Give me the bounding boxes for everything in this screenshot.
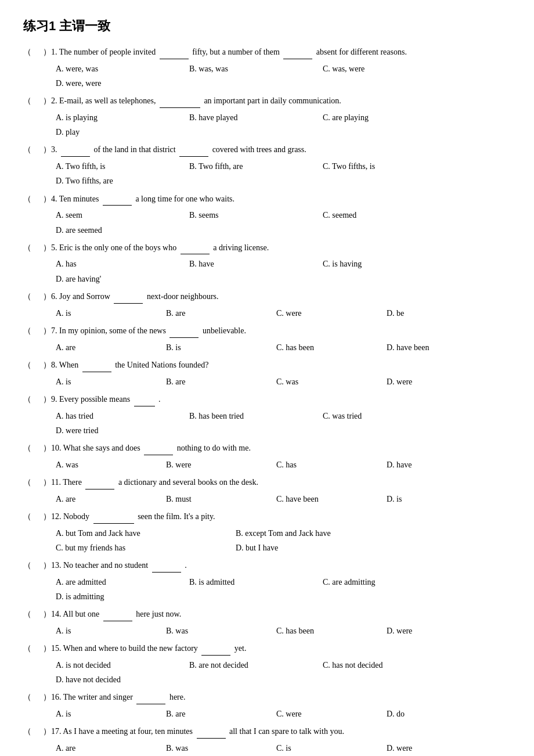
q2-opt-c[interactable]: C. are playing xyxy=(323,110,450,125)
q13-blank1 xyxy=(152,572,181,573)
q14-opt-b[interactable]: B. was xyxy=(166,624,270,638)
q15-opt-a[interactable]: A. is not decided xyxy=(56,658,183,672)
q10-opt-a[interactable]: A. was xyxy=(56,458,160,472)
q5-text: 5. Eric is the only one of the boys who … xyxy=(51,241,511,255)
q12-options: A. but Tom and Jack have B. except Tom a… xyxy=(56,526,511,555)
q11-opt-b[interactable]: B. must xyxy=(166,492,270,506)
q7-opt-c[interactable]: C. has been xyxy=(276,340,381,355)
question-8: （ ） 8. When the United Nations founded? … xyxy=(23,358,511,389)
q9-opt-d[interactable]: D. were tried xyxy=(56,423,183,438)
q3-opt-a[interactable]: A. Two fifth, is xyxy=(56,159,183,174)
q4-opt-b[interactable]: B. seems xyxy=(189,208,317,222)
q3-opt-b[interactable]: B. Two fifth, are xyxy=(189,159,317,174)
q12-paren-blank xyxy=(31,512,43,521)
q4-paren-open: （ xyxy=(23,194,31,204)
q11-opt-d[interactable]: D. is xyxy=(387,492,491,506)
q17-opt-d[interactable]: D. were xyxy=(387,741,491,755)
q2-opt-a[interactable]: A. is playing xyxy=(56,110,183,125)
q12-opt-b[interactable]: B. except Tom and Jack have xyxy=(236,526,410,541)
q13-opt-a[interactable]: A. are admitted xyxy=(56,575,183,589)
q9-opt-b[interactable]: B. has been tried xyxy=(189,409,317,423)
q2-opt-d[interactable]: D. play xyxy=(56,125,183,139)
q5-opt-d[interactable]: D. are having' xyxy=(56,272,183,286)
q15-opt-b[interactable]: B. are not decided xyxy=(189,658,317,672)
q17-paren-open: （ xyxy=(23,726,31,737)
q3-options: A. Two fifth, is B. Two fifth, are C. Tw… xyxy=(56,159,511,188)
q5-opt-b[interactable]: B. have xyxy=(189,257,317,271)
q4-opt-d[interactable]: D. are seemed xyxy=(56,223,183,237)
q6-opt-d[interactable]: D. be xyxy=(387,306,491,321)
q3-opt-d[interactable]: D. Two fifths, are xyxy=(56,174,183,188)
q13-opt-d[interactable]: D. is admitting xyxy=(56,589,183,604)
q13-opt-b[interactable]: B. is admitted xyxy=(189,575,317,589)
q17-opt-b[interactable]: B. was xyxy=(166,741,270,755)
q15-opt-d[interactable]: D. have not decided xyxy=(56,672,183,687)
q11-paren-blank xyxy=(31,478,43,487)
q14-opt-d[interactable]: D. were xyxy=(387,624,491,638)
q13-opt-c[interactable]: C. are admitting xyxy=(323,575,450,589)
question-15: （ ） 15. When and where to build the new … xyxy=(23,642,511,687)
q14-paren-blank xyxy=(31,610,43,619)
q11-opt-c[interactable]: C. have been xyxy=(276,492,381,506)
question-13: （ ） 13. No teacher and no student . A. a… xyxy=(23,559,511,604)
q4-opt-c[interactable]: C. seemed xyxy=(323,208,450,222)
q16-opt-b[interactable]: B. are xyxy=(166,707,270,721)
q14-paren-close: ） xyxy=(43,609,51,620)
q16-opt-c[interactable]: C. were xyxy=(276,707,381,721)
q11-opt-a[interactable]: A. are xyxy=(56,492,160,506)
q5-paren-close: ） xyxy=(43,243,51,253)
q17-options: A. are B. was C. is D. were xyxy=(56,741,511,755)
q15-opt-c[interactable]: C. has not decided xyxy=(323,658,450,672)
q6-opt-c[interactable]: C. were xyxy=(276,306,381,321)
q8-opt-a[interactable]: A. is xyxy=(56,375,160,389)
q17-opt-a[interactable]: A. are xyxy=(56,741,160,755)
question-2: （ ） 2. E-mail, as well as telephones, an… xyxy=(23,94,511,139)
q7-opt-d[interactable]: D. have been xyxy=(387,340,491,355)
q10-opt-d[interactable]: D. have xyxy=(387,458,491,472)
q4-opt-a[interactable]: A. seem xyxy=(56,208,183,222)
q8-paren-close: ） xyxy=(43,360,51,370)
q10-opt-b[interactable]: B. were xyxy=(166,458,270,472)
q12-paren-open: （ xyxy=(23,512,31,522)
q9-paren-open: （ xyxy=(23,394,31,405)
q12-opt-d[interactable]: D. but I have xyxy=(236,541,410,555)
q15-text: 15. When and where to build the new fact… xyxy=(51,642,511,656)
q7-opt-a[interactable]: A. are xyxy=(56,340,160,355)
question-11: （ ） 11. There a dictionary and several b… xyxy=(23,476,511,506)
q6-opt-b[interactable]: B. are xyxy=(166,306,270,321)
q5-opt-a[interactable]: A. has xyxy=(56,257,183,271)
q13-paren-close: ） xyxy=(43,560,51,571)
q14-opt-c[interactable]: C. has been xyxy=(276,624,381,638)
q3-opt-c[interactable]: C. Two fifths, is xyxy=(323,159,450,174)
q17-paren-blank xyxy=(31,727,43,736)
q5-options: A. has B. have C. is having D. are havin… xyxy=(56,257,511,286)
q16-opt-d[interactable]: D. do xyxy=(387,707,491,721)
q15-paren-blank xyxy=(31,644,43,653)
q5-opt-c[interactable]: C. is having xyxy=(323,257,450,271)
q9-opt-a[interactable]: A. has tried xyxy=(56,409,183,423)
q8-opt-d[interactable]: D. were xyxy=(387,375,491,389)
q7-text: 7. In my opinion, some of the news unbel… xyxy=(51,324,511,338)
q2-text: 2. E-mail, as well as telephones, an imp… xyxy=(51,94,511,108)
q2-opt-b[interactable]: B. have played xyxy=(189,110,317,125)
q9-opt-c[interactable]: C. was tried xyxy=(323,409,450,423)
q1-opt-c[interactable]: C. was, were xyxy=(323,62,450,76)
q12-opt-c[interactable]: C. but my friends has xyxy=(56,541,230,555)
q8-opt-b[interactable]: B. are xyxy=(166,375,270,389)
q1-opt-b[interactable]: B. was, was xyxy=(189,62,317,76)
q1-opt-a[interactable]: A. were, was xyxy=(56,62,183,76)
q1-opt-d[interactable]: D. were, were xyxy=(56,76,183,91)
q1-blank1 xyxy=(160,59,189,59)
q2-paren-blank xyxy=(31,96,43,106)
q9-blank1 xyxy=(134,406,155,406)
q16-opt-a[interactable]: A. is xyxy=(56,707,160,721)
q6-opt-a[interactable]: A. is xyxy=(56,306,160,321)
q7-opt-b[interactable]: B. is xyxy=(166,340,270,355)
q16-paren-open: （ xyxy=(23,692,31,703)
q8-opt-c[interactable]: C. was xyxy=(276,375,381,389)
q14-opt-a[interactable]: A. is xyxy=(56,624,160,638)
q12-opt-a[interactable]: A. but Tom and Jack have xyxy=(56,526,230,541)
q17-opt-c[interactable]: C. is xyxy=(276,741,381,755)
q10-opt-c[interactable]: C. has xyxy=(276,458,381,472)
q16-options: A. is B. are C. were D. do xyxy=(56,707,511,721)
